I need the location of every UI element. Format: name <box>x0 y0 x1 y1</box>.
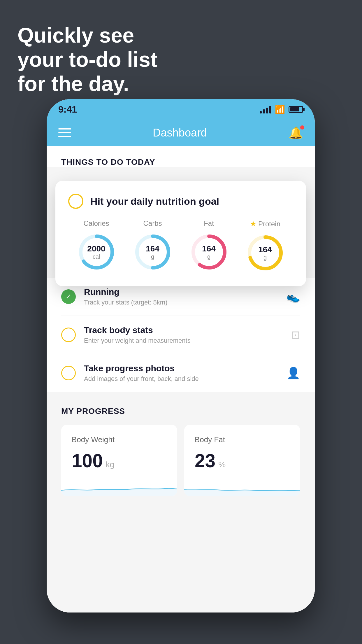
body-weight-chart <box>61 479 177 496</box>
star-icon: ★ <box>250 219 256 228</box>
body-fat-number: 23 <box>195 450 215 472</box>
todo-circle-running: ✓ <box>61 289 76 304</box>
todo-circle-photos <box>61 366 76 380</box>
body-fat-unit: % <box>218 460 226 469</box>
macro-protein: ★ Protein 164 g <box>245 219 286 273</box>
donut-fat: 164 g <box>189 232 229 272</box>
body-weight-value-row: 100 kg <box>72 450 167 472</box>
app-header: Dashboard 🔔 <box>47 120 315 146</box>
things-title: THINGS TO DO TODAY <box>61 158 300 167</box>
scale-icon: ⊡ <box>291 328 300 341</box>
body-weight-label: Body Weight <box>72 435 167 444</box>
donut-protein: 164 g <box>245 232 286 273</box>
notification-dot <box>300 125 304 130</box>
nutrition-circle <box>68 194 83 209</box>
body-weight-card[interactable]: Body Weight 100 kg <box>61 425 177 496</box>
headline: Quickly see your to-do list for the day. <box>17 23 157 96</box>
header-title: Dashboard <box>153 127 207 139</box>
nutrition-card[interactable]: Hit your daily nutrition goal Calories 2… <box>55 181 306 286</box>
macro-protein-label: ★ Protein <box>250 219 280 228</box>
todo-circle-body-stats <box>61 328 76 342</box>
battery-icon <box>289 106 303 113</box>
macros-row: Calories 2000 cal Carbs <box>68 219 293 273</box>
nutrition-title: Hit your daily nutrition goal <box>90 196 219 207</box>
wifi-icon: 📶 <box>275 105 285 114</box>
status-icons: 📶 <box>260 105 303 114</box>
signal-icon <box>260 105 271 113</box>
todo-text-body-stats: Track body stats Enter your weight and m… <box>84 325 283 344</box>
photo-icon: 👤 <box>287 367 300 379</box>
body-fat-value-row: 23 % <box>195 450 290 472</box>
progress-cards: Body Weight 100 kg Body Fat <box>61 425 300 496</box>
todo-text-running: Running Track your stats (target: 5km) <box>84 287 278 306</box>
macro-calories: Calories 2000 cal <box>76 219 117 272</box>
donut-calories: 2000 cal <box>76 232 117 272</box>
phone-mockup: 9:41 📶 Dashboard 🔔 THINGS TO <box>47 99 315 612</box>
hamburger-menu[interactable] <box>58 128 71 137</box>
status-time: 9:41 <box>58 104 77 115</box>
progress-title: MY PROGRESS <box>61 407 300 416</box>
body-fat-card[interactable]: Body Fat 23 % <box>184 425 300 496</box>
body-weight-number: 100 <box>72 450 103 472</box>
things-section: THINGS TO DO TODAY <box>47 146 315 167</box>
main-content: THINGS TO DO TODAY Hit your daily nutrit… <box>47 146 315 612</box>
donut-carbs: 164 g <box>132 232 173 272</box>
todo-item-photos[interactable]: Take progress photos Add images of your … <box>61 354 300 392</box>
body-weight-unit: kg <box>106 460 115 469</box>
macro-calories-label: Calories <box>83 219 109 228</box>
todo-item-body-stats[interactable]: Track body stats Enter your weight and m… <box>61 316 300 354</box>
macro-carbs: Carbs 164 g <box>132 219 173 272</box>
nutrition-header: Hit your daily nutrition goal <box>68 194 293 209</box>
macro-fat-label: Fat <box>204 219 214 228</box>
notification-bell[interactable]: 🔔 <box>289 126 303 140</box>
macro-carbs-label: Carbs <box>143 219 162 228</box>
status-bar: 9:41 📶 <box>47 99 315 120</box>
running-icon: 👟 <box>287 290 300 303</box>
body-fat-label: Body Fat <box>195 435 290 444</box>
macro-fat: Fat 164 g <box>189 219 229 272</box>
todo-text-photos: Take progress photos Add images of your … <box>84 363 278 383</box>
body-fat-chart <box>184 479 300 496</box>
progress-section: MY PROGRESS Body Weight 100 kg <box>47 392 315 496</box>
todo-list: ✓ Running Track your stats (target: 5km)… <box>47 278 315 392</box>
